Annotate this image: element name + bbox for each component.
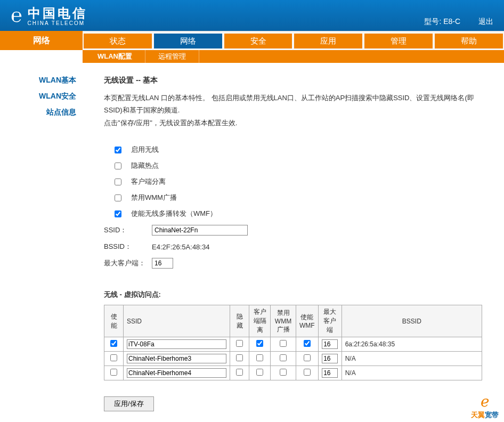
disable-wmm-label: 禁用WMM广播 [131,193,177,202]
vap-row: N/A [104,366,482,380]
max-clients-input[interactable] [152,258,173,269]
vap-col-disable-wmm: 禁用WMM广播 [271,305,296,337]
vap-bssid-value: N/A [342,366,482,380]
vap-isolation-checkbox[interactable] [256,369,263,376]
footer-brand: ℯ 天翼宽带 [471,393,499,420]
vap-table: 使能 SSID 隐藏 客户端隔离 禁用WMM广播 使能WMF 最大客户端 BSS… [104,305,482,380]
vap-section-title: 无线 - 虚拟访问点: [104,290,483,299]
footer-brand-text: 天翼宽带 [471,410,499,420]
vap-disable-wmm-checkbox[interactable] [280,340,287,347]
hide-ap-label: 隐藏热点 [131,161,159,171]
nav-tab-2[interactable]: 安全 [224,34,292,48]
page-title: 无线设置 -- 基本 [104,76,483,85]
apply-save-button[interactable]: 应用/保存 [104,396,154,411]
main-nav: 网络 状态网络安全应用管理帮助 [0,31,504,50]
sidebar-item-0[interactable]: WLAN基本 [0,72,78,88]
vap-max-clients-input[interactable] [322,368,338,378]
vap-max-clients-input[interactable] [322,339,338,349]
nav-tab-4[interactable]: 管理 [364,34,433,48]
content-area: 无线设置 -- 基本 本页配置无线LAN 口的基本特性。 包括启用或禁用无线LA… [83,63,504,422]
subnav-tab-1[interactable]: 远程管理 [145,50,199,63]
ssid-input[interactable] [152,225,248,236]
disable-wmm-checkbox[interactable] [115,194,121,201]
vap-col-max-clients: 最大客户端 [318,305,342,337]
sidebar: WLAN基本WLAN安全站点信息 [0,63,83,422]
vap-ssid-input[interactable] [127,339,226,349]
vap-hidden-checkbox[interactable] [236,340,243,347]
vap-disable-wmm-checkbox[interactable] [280,369,287,376]
vap-disable-wmm-checkbox[interactable] [280,354,287,361]
sub-nav: WLAN配置远程管理 [0,50,504,63]
vap-ssid-input[interactable] [127,354,226,363]
vap-col-bssid: BSSID [342,305,482,337]
subnav-tab-0[interactable]: WLAN配置 [85,50,145,63]
vap-col-enable: 使能 [104,305,124,337]
ssid-label: SSID： [104,225,152,235]
nav-current-section: 网络 [0,31,83,50]
enable-wmf-label: 使能无线多播转发（WMF） [131,209,217,218]
bssid-value: E4:2F:26:5A:48:34 [152,243,209,251]
vap-enable-checkbox[interactable] [110,354,117,361]
vap-col-hidden: 隐藏 [230,305,249,337]
vap-bssid-value: N/A [342,352,482,366]
client-isolation-checkbox[interactable] [115,178,121,185]
vap-enable-checkbox[interactable] [110,369,117,376]
nav-tab-3[interactable]: 应用 [294,34,362,48]
vap-col-isolation: 客户端隔离 [249,305,271,337]
vap-enable-wmf-checkbox[interactable] [304,354,311,361]
telecom-logo-icon: ℮ [11,4,22,27]
vap-row: 6a:2f:26:5a:48:35 [104,337,482,352]
nav-tab-0[interactable]: 状态 [84,34,152,48]
vap-row: N/A [104,352,482,366]
header: ℮ 中国电信 CHINA TELECOM 型号: E8-C 退出 [0,0,504,31]
nav-tab-5[interactable]: 帮助 [435,34,503,48]
vap-hidden-checkbox[interactable] [236,354,243,361]
enable-wireless-checkbox[interactable] [115,147,121,153]
vap-hidden-checkbox[interactable] [236,369,243,376]
vap-bssid-value: 6a:2f:26:5a:48:35 [342,337,482,352]
vap-enable-checkbox[interactable] [110,340,117,347]
model-label: 型号: E8-C [424,17,460,26]
brand-name-en: CHINA TELECOM [28,20,87,26]
page-description: 本页配置无线LAN 口的基本特性。 包括启用或禁用无线LAN口、从工作站的AP扫… [104,92,483,129]
brand-name-cn: 中国电信 [28,5,87,22]
bssid-label: BSSID： [104,242,152,251]
vap-enable-wmf-checkbox[interactable] [304,369,311,376]
vap-isolation-checkbox[interactable] [256,340,263,347]
vap-ssid-input[interactable] [127,368,226,378]
vap-col-enable-wmf: 使能WMF [296,305,319,337]
sidebar-item-1[interactable]: WLAN安全 [0,88,78,104]
vap-enable-wmf-checkbox[interactable] [304,340,311,347]
hide-ap-checkbox[interactable] [115,163,121,169]
esurfing-icon: ℯ [471,393,499,410]
vap-max-clients-input[interactable] [322,354,338,363]
enable-wireless-label: 启用无线 [131,145,159,155]
nav-tab-1[interactable]: 网络 [154,34,222,48]
vap-isolation-checkbox[interactable] [256,354,263,361]
enable-wmf-checkbox[interactable] [115,210,121,217]
brand-logo: ℮ 中国电信 CHINA TELECOM [11,4,87,27]
logout-link[interactable]: 退出 [478,17,493,26]
vap-col-ssid: SSID [124,305,230,337]
sidebar-item-2[interactable]: 站点信息 [0,104,78,120]
client-isolation-label: 客户端分离 [131,177,166,186]
max-clients-label: 最大客户端： [104,258,152,268]
